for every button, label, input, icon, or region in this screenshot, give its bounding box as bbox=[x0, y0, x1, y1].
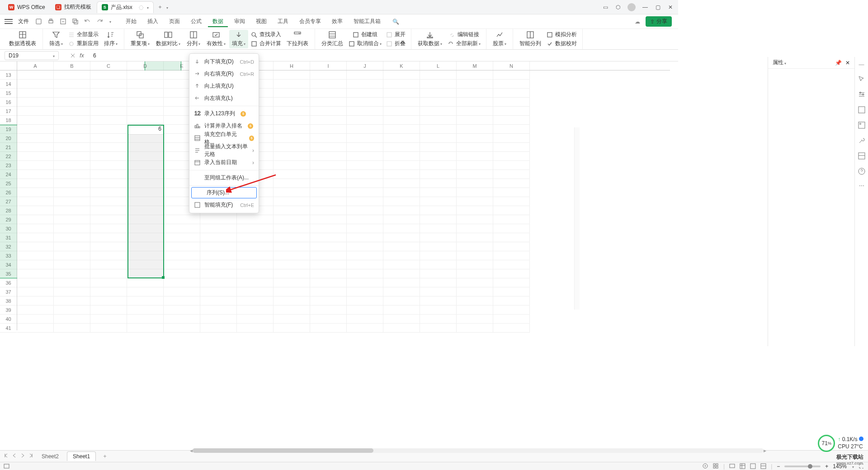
menu-vip[interactable]: 会员专享 bbox=[295, 16, 326, 27]
dropdown-list-button[interactable]: 下拉列表 bbox=[284, 30, 311, 48]
cell[interactable] bbox=[493, 89, 530, 98]
cell[interactable] bbox=[420, 233, 457, 242]
cell[interactable] bbox=[347, 188, 383, 197]
cell[interactable] bbox=[17, 296, 54, 306]
cell[interactable] bbox=[54, 107, 90, 116]
fill-right-item[interactable]: 向右填充(R)Ctrl+R bbox=[189, 68, 259, 80]
cell[interactable] bbox=[457, 242, 493, 251]
menu-view[interactable]: 视图 bbox=[251, 16, 271, 27]
cell[interactable] bbox=[457, 161, 493, 170]
cell[interactable] bbox=[420, 98, 457, 107]
cell[interactable] bbox=[420, 260, 457, 269]
cell[interactable] bbox=[274, 179, 310, 188]
insert-date-item[interactable]: 录入当前日期 bbox=[189, 156, 259, 169]
cell[interactable] bbox=[164, 306, 200, 315]
cell[interactable] bbox=[54, 287, 90, 296]
cell[interactable] bbox=[310, 278, 347, 287]
cell[interactable] bbox=[493, 161, 530, 170]
cell[interactable] bbox=[274, 152, 310, 161]
smart-split-button[interactable]: 智能分列 bbox=[517, 30, 544, 48]
cell[interactable] bbox=[347, 152, 383, 161]
cell[interactable] bbox=[90, 70, 127, 80]
menu-page[interactable]: 页面 bbox=[165, 16, 184, 27]
cell[interactable] bbox=[310, 70, 347, 80]
cell[interactable] bbox=[274, 89, 310, 98]
cell[interactable] bbox=[274, 260, 310, 269]
menu-formula[interactable]: 公式 bbox=[186, 16, 206, 27]
cell[interactable] bbox=[420, 107, 457, 116]
cell[interactable] bbox=[200, 278, 237, 287]
cell[interactable] bbox=[493, 197, 530, 206]
cell[interactable] bbox=[17, 116, 54, 125]
cell[interactable] bbox=[457, 89, 493, 98]
cell[interactable] bbox=[347, 278, 383, 287]
cell[interactable] bbox=[420, 188, 457, 197]
stocks-button[interactable]: 股票 bbox=[490, 30, 509, 48]
cell[interactable] bbox=[90, 251, 127, 260]
validation-button[interactable]: 有效性 bbox=[204, 30, 228, 48]
cell[interactable] bbox=[54, 233, 90, 242]
search-icon[interactable]: 🔍 bbox=[392, 19, 399, 25]
cell[interactable] bbox=[90, 242, 127, 251]
template-tab[interactable]: ❏ 找稻壳模板 bbox=[51, 1, 96, 13]
cell[interactable] bbox=[164, 260, 200, 269]
cell[interactable] bbox=[54, 161, 90, 170]
cell[interactable] bbox=[383, 80, 420, 89]
cell[interactable] bbox=[237, 215, 274, 224]
cell[interactable] bbox=[310, 98, 347, 107]
menu-start[interactable]: 开始 bbox=[121, 16, 141, 27]
text-to-columns-button[interactable]: 分列 bbox=[184, 30, 203, 48]
cell[interactable] bbox=[457, 269, 493, 278]
cell[interactable] bbox=[493, 152, 530, 161]
cell[interactable] bbox=[310, 188, 347, 197]
cell[interactable] bbox=[90, 224, 127, 233]
active-cell[interactable]: 6 bbox=[128, 126, 163, 135]
fill-down-item[interactable]: 向下填充(D)Ctrl+D bbox=[189, 56, 259, 68]
cell[interactable] bbox=[17, 287, 54, 296]
share-button[interactable]: ⇪分享 bbox=[646, 16, 672, 27]
cell[interactable] bbox=[347, 260, 383, 269]
cell[interactable] bbox=[164, 296, 200, 306]
cell[interactable] bbox=[17, 143, 54, 152]
cell[interactable] bbox=[90, 116, 127, 125]
column-header[interactable]: M bbox=[457, 61, 493, 70]
cell[interactable] bbox=[237, 233, 274, 242]
cell[interactable] bbox=[493, 251, 530, 260]
cell[interactable] bbox=[347, 89, 383, 98]
cell[interactable] bbox=[17, 89, 54, 98]
duplicates-button[interactable]: 重复项 bbox=[128, 30, 152, 48]
cell[interactable] bbox=[420, 80, 457, 89]
cell[interactable] bbox=[200, 260, 237, 269]
cell[interactable] bbox=[420, 134, 457, 143]
cell[interactable] bbox=[347, 224, 383, 233]
cell[interactable] bbox=[310, 269, 347, 278]
cell[interactable] bbox=[90, 143, 127, 152]
cell[interactable] bbox=[420, 152, 457, 161]
cell[interactable] bbox=[274, 324, 310, 333]
smart-fill-item[interactable]: 智能填充(F)Ctrl+E bbox=[189, 199, 259, 211]
menu-data[interactable]: 数据 bbox=[208, 16, 228, 27]
cell[interactable] bbox=[347, 116, 383, 125]
menu-insert[interactable]: 插入 bbox=[143, 16, 163, 27]
cell[interactable] bbox=[90, 170, 127, 179]
vertical-scrollbar[interactable] bbox=[574, 127, 580, 310]
cell[interactable] bbox=[90, 296, 127, 306]
cell[interactable] bbox=[457, 324, 493, 333]
maximize-button[interactable]: ▢ bbox=[655, 4, 661, 10]
cell[interactable] bbox=[493, 206, 530, 215]
cell[interactable] bbox=[237, 287, 274, 296]
cell[interactable] bbox=[383, 89, 420, 98]
ungroup-button[interactable]: 取消组合 bbox=[347, 39, 383, 48]
cell[interactable] bbox=[457, 188, 493, 197]
menu-tools[interactable]: 工具 bbox=[273, 16, 293, 27]
cell[interactable] bbox=[237, 315, 274, 324]
column-header[interactable]: J bbox=[347, 61, 383, 70]
cell[interactable] bbox=[457, 80, 493, 89]
cell[interactable] bbox=[90, 306, 127, 315]
cell[interactable] bbox=[420, 306, 457, 315]
print-icon[interactable] bbox=[47, 18, 54, 25]
row-header[interactable]: 16 bbox=[0, 98, 17, 107]
column-headers[interactable]: ABCDEFGHIJKLMN bbox=[17, 61, 670, 70]
cell[interactable] bbox=[347, 143, 383, 152]
preview-icon[interactable] bbox=[60, 18, 66, 25]
